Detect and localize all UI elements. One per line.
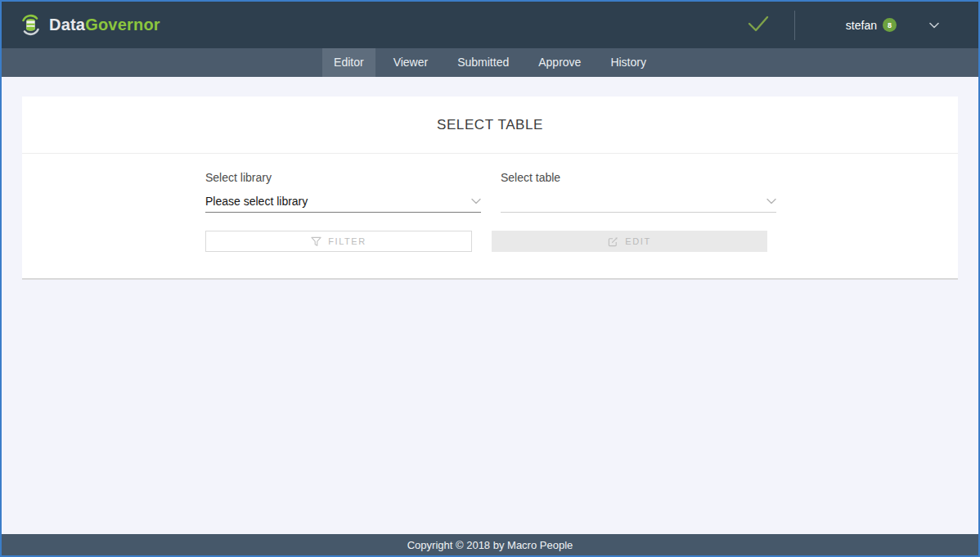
card-body: Select library Please select library Sel… [22, 154, 958, 278]
edit-button[interactable]: EDIT [492, 231, 767, 252]
library-select[interactable]: Please select library [205, 191, 481, 213]
page-content: SELECT TABLE Select library Please selec… [2, 77, 978, 534]
header-divider [794, 11, 795, 40]
database-sync-icon [20, 14, 42, 36]
select-table-card: SELECT TABLE Select library Please selec… [22, 97, 958, 280]
card-title-row: SELECT TABLE [22, 97, 958, 154]
tab-submitted[interactable]: Submitted [446, 48, 520, 77]
chevron-down-icon[interactable] [929, 22, 939, 29]
checkmark-icon[interactable] [742, 11, 775, 39]
page-title: SELECT TABLE [437, 117, 543, 133]
table-select[interactable] [501, 191, 776, 213]
filter-button[interactable]: FILTER [205, 231, 472, 252]
table-field-group: Select table [501, 171, 776, 213]
main-nav: Editor Viewer Submitted Approve History [2, 48, 978, 77]
user-name: stefan [846, 19, 877, 32]
user-badge: 8 [883, 18, 897, 32]
tab-history[interactable]: History [599, 48, 658, 77]
library-field-group: Select library Please select library [205, 171, 481, 213]
table-field-label: Select table [501, 171, 776, 184]
library-field-label: Select library [205, 171, 481, 184]
edit-button-label: EDIT [625, 236, 650, 246]
edit-icon [608, 236, 618, 247]
tab-viewer[interactable]: Viewer [382, 48, 440, 77]
filter-icon [311, 236, 321, 247]
app-footer: Copyright © 2018 by Macro People [2, 534, 978, 555]
app-logo-text: DataGovernor [49, 16, 160, 34]
chevron-down-icon [766, 198, 776, 204]
copyright-text: Copyright © 2018 by Macro People [407, 539, 573, 551]
tab-approve[interactable]: Approve [527, 48, 592, 77]
user-menu[interactable]: stefan 8 [846, 18, 897, 32]
app-logo[interactable]: DataGovernor [20, 14, 160, 36]
filter-button-label: FILTER [328, 236, 366, 246]
tab-editor[interactable]: Editor [322, 48, 375, 77]
library-select-value: Please select library [205, 195, 308, 208]
app-header: DataGovernor stefan 8 [2, 2, 978, 48]
chevron-down-icon [471, 198, 481, 204]
